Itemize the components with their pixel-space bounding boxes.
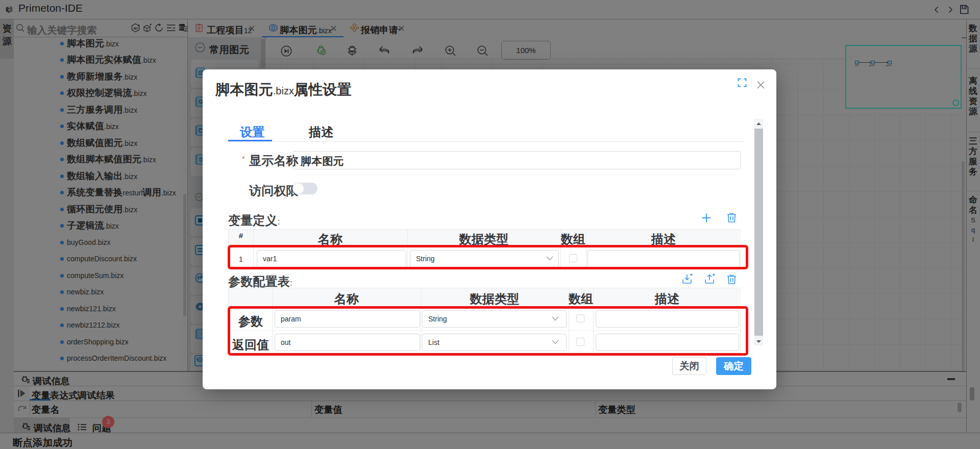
svg-text:AI: AI xyxy=(134,26,138,31)
svg-text:R: R xyxy=(199,358,202,362)
